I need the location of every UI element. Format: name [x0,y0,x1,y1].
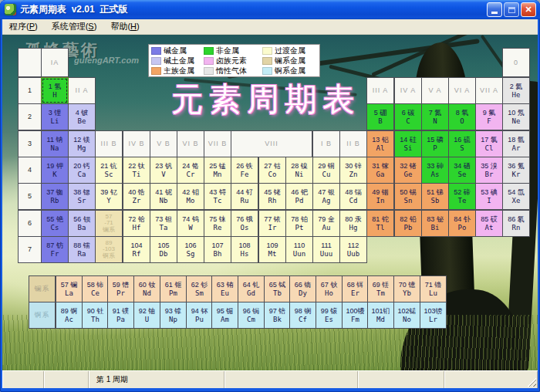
element-Tc[interactable]: 43 锝Tc [204,183,231,210]
element-Tm[interactable]: 69 铥Tm [367,275,394,302]
series-range-cell[interactable]: 57-71镧系 [95,210,123,237]
element-Cu[interactable]: 29 铜Cu [312,157,340,184]
element-Rb[interactable]: 37 铷Rb [41,183,69,210]
element-Ga[interactable]: 31 镓Ga [366,157,394,184]
element-Y[interactable]: 39 钇Y [95,183,123,210]
element-At[interactable]: 85 砹At [475,210,503,237]
element-Er[interactable]: 68 铒Er [342,275,369,302]
element-U[interactable]: 92 铀U [133,302,160,329]
element-Bh[interactable]: 107Bh [204,236,231,263]
element-Gd[interactable]: 64 钆Gd [238,275,265,302]
element-Bi[interactable]: 83 铋Bi [421,210,449,237]
element-Uun[interactable]: 110Uun [285,236,313,263]
element-Fm[interactable]: 100镄Fm [342,302,369,329]
element-Os[interactable]: 76 锇Os [231,210,258,237]
element-Md[interactable]: 101钔Md [367,302,394,329]
menu-item[interactable]: 程序(P) [2,19,45,34]
element-Sm[interactable]: 62 钐Sm [186,275,213,302]
element-Es[interactable]: 99 锿Es [316,302,343,329]
element-Pt[interactable]: 78 铂Pt [285,210,313,237]
element-Au[interactable]: 79 金Au [312,210,340,237]
element-Rn[interactable]: 86 氡Rn [502,210,530,237]
element-Dy[interactable]: 66 镝Dy [289,275,316,302]
element-Ba[interactable]: 56 钡Ba [68,210,96,237]
element-Uub[interactable]: 112Uub [339,236,367,263]
element-Cd[interactable]: 48 镉Cd [339,183,367,210]
element-Ne[interactable]: 10 氖Ne [502,103,530,130]
element-Sc[interactable]: 21 钪Sc [95,157,123,184]
element-Ra[interactable]: 88 镭Ra [68,236,96,263]
element-Tl[interactable]: 81 铊Tl [366,210,394,237]
element-Cf[interactable]: 98 锎Cf [289,302,316,329]
element-Sb[interactable]: 51 锑Sb [421,183,449,210]
element-Nd[interactable]: 60 钕Nd [133,275,160,302]
element-Ac[interactable]: 89 锕Ac [56,302,83,329]
element-Pr[interactable]: 59 镨Pr [107,275,134,302]
element-Sr[interactable]: 38 锶Sr [68,183,96,210]
element-H[interactable]: 1 氢H [41,77,69,104]
element-Ge[interactable]: 32 锗Ge [394,157,422,184]
element-Be[interactable]: 4 铍Be [68,103,96,130]
element-Cs[interactable]: 55 铯Cs [41,210,69,237]
element-Ho[interactable]: 67 钬Ho [316,275,343,302]
element-Na[interactable]: 11 钠Na [41,130,69,157]
series-range-cell[interactable]: 89-103锕系 [95,236,123,263]
element-Nb[interactable]: 41 铌Nb [150,183,177,210]
element-I[interactable]: 53 碘I [475,183,503,210]
element-S[interactable]: 16 硫S [448,130,476,157]
close-button[interactable]: ✕ [521,2,536,17]
maximize-button[interactable] [504,2,519,17]
element-Rh[interactable]: 45 铑Rh [258,183,286,210]
element-Mg[interactable]: 12 镁Mg [68,130,96,157]
element-Cm[interactable]: 96 锔Cm [238,302,265,329]
element-Pm[interactable]: 61 钷Pm [160,275,187,302]
element-Th[interactable]: 90 钍Th [82,302,109,329]
element-Re[interactable]: 75 铼Re [204,210,231,237]
element-Ca[interactable]: 20 钙Ca [68,157,96,184]
element-Hf[interactable]: 72 铪Hf [123,210,150,237]
element-Mn[interactable]: 25 锰Mn [204,157,231,184]
element-Cr[interactable]: 24 铬Cr [177,157,204,184]
element-Ce[interactable]: 58 铈Ce [82,275,109,302]
menu-item[interactable]: 系统管理(S) [45,19,104,34]
element-O[interactable]: 8 氧O [448,103,476,130]
element-K[interactable]: 19 钾K [41,157,69,184]
element-No[interactable]: 102锘No [393,302,420,329]
element-Ta[interactable]: 73 钽Ta [150,210,177,237]
element-Tb[interactable]: 65 铽Tb [264,275,291,302]
element-Sg[interactable]: 106Sg [177,236,204,263]
element-B[interactable]: 5 硼B [366,103,394,130]
element-Ni[interactable]: 28 镍Ni [285,157,313,184]
element-Pb[interactable]: 82 铅Pb [394,210,422,237]
element-Li[interactable]: 3 锂Li [41,103,69,130]
element-Si[interactable]: 14 硅Si [394,130,422,157]
element-Rf[interactable]: 104Rf [123,236,150,263]
element-Co[interactable]: 27 钴Co [258,157,286,184]
element-Se[interactable]: 34 硒Se [448,157,476,184]
element-Lu[interactable]: 71 镥Lu [420,275,447,302]
element-Hg[interactable]: 80 汞Hg [339,210,367,237]
element-Lr[interactable]: 103铹Lr [420,302,447,329]
element-Fr[interactable]: 87 钫Fr [41,236,69,263]
element-Bk[interactable]: 97 锫Bk [264,302,291,329]
element-Te[interactable]: 52 碲Te [448,183,476,210]
element-Fe[interactable]: 26 铁Fe [231,157,258,184]
element-Ti[interactable]: 22 钛Ti [123,157,150,184]
element-Yb[interactable]: 70 镱Yb [393,275,420,302]
element-C[interactable]: 6 碳C [394,103,422,130]
element-Pd[interactable]: 46 钯Pd [285,183,313,210]
element-Cl[interactable]: 17 氯Cl [475,130,503,157]
element-Zr[interactable]: 40 锆Zr [123,183,150,210]
element-Ir[interactable]: 77 铱Ir [258,210,286,237]
element-Db[interactable]: 105Db [150,236,177,263]
element-Am[interactable]: 95 镅Am [211,302,238,329]
menu-item[interactable]: 帮助(H) [103,19,146,34]
element-Ar[interactable]: 18 氩Ar [502,130,530,157]
element-Mo[interactable]: 42 钼Mo [177,183,204,210]
element-Al[interactable]: 13 铝Al [366,130,394,157]
element-V[interactable]: 23 钒V [150,157,177,184]
element-As[interactable]: 33 砷As [421,157,449,184]
element-In[interactable]: 49 铟In [366,183,394,210]
element-F[interactable]: 9 氟F [475,103,503,130]
title-bar[interactable]: 元素周期表 v2.01 正式版 ✕ [0,0,540,19]
